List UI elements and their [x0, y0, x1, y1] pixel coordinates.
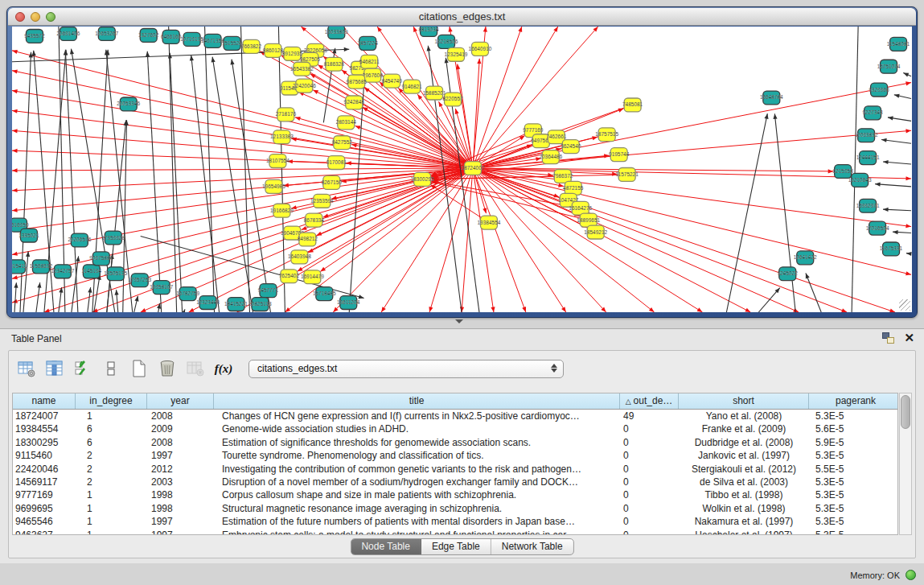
scrollbar-thumb[interactable]: [901, 395, 910, 429]
graph-node-label: 12325419: [445, 51, 468, 57]
edge-arrowhead: [449, 27, 453, 32]
table-cell: 1: [76, 502, 147, 515]
column-header-short[interactable]: short: [679, 393, 809, 409]
close-panel-icon[interactable]: ✕: [904, 332, 914, 344]
table-row[interactable]: 1830029562008Estimation of significance …: [13, 436, 897, 449]
graph-node-label: 16648784: [760, 95, 783, 101]
new-table-icon[interactable]: [128, 357, 150, 380]
selection-list-icon[interactable]: [100, 357, 122, 380]
edge-arrowhead: [320, 267, 326, 272]
graph-edge[interactable]: [473, 168, 702, 312]
table-cell: 0: [620, 488, 679, 501]
table-cell: 1: [76, 515, 147, 528]
table-cell: 9463627: [13, 529, 76, 535]
table-cell: 1998: [147, 502, 214, 515]
table-row[interactable]: 2242004622012Investigating the contribut…: [13, 463, 897, 476]
graph-edge[interactable]: [774, 113, 795, 312]
table-cell: 9777169: [13, 488, 76, 501]
graph-node-label: 7986372: [552, 173, 573, 179]
graph-edge[interactable]: [12, 130, 473, 168]
tab-network-table[interactable]: Network Table: [491, 539, 573, 554]
delete-table-disabled-icon: [184, 357, 207, 380]
graph-node-label: 4872155: [563, 185, 584, 191]
graph-node-label: 10641422: [794, 254, 817, 260]
column-header-year[interactable]: year: [147, 393, 214, 409]
graph-edge[interactable]: [473, 168, 847, 312]
row-select-icon[interactable]: [72, 357, 94, 380]
column-header-in-degree[interactable]: in_degree: [76, 393, 147, 409]
graph-edge[interactable]: [147, 51, 161, 312]
status-bar: Memory: OK: [850, 570, 916, 580]
edge-arrowhead: [88, 287, 92, 293]
table-row[interactable]: 1872400712008Changes of HCN gene express…: [13, 410, 897, 422]
tab-edge-table[interactable]: Edge Table: [421, 539, 491, 554]
graph-node-label: 3624540: [561, 143, 581, 149]
graph-node-label: 11548081: [887, 41, 910, 47]
graph-node-label: 20053346: [117, 101, 140, 106]
graph-edge[interactable]: [12, 168, 473, 191]
function-builder-icon[interactable]: f(x): [212, 357, 235, 380]
table-panel-title: Table Panel: [11, 333, 62, 344]
column-chooser-icon[interactable]: [43, 357, 66, 380]
graph-edge[interactable]: [473, 168, 494, 312]
graph-node-label: 8912935: [282, 51, 303, 56]
graph-node-label: 7663822: [241, 43, 262, 49]
graph-node-label: 7485081: [622, 101, 643, 107]
edge-arrowhead: [841, 308, 847, 312]
graph-edge[interactable]: [806, 274, 821, 312]
table-row[interactable]: 977716911998Corpus callosum shape and si…: [13, 488, 897, 501]
edge-arrowhead: [318, 64, 323, 69]
table-cell: 5.3E-5: [809, 502, 898, 515]
graph-node-label: 11675331: [880, 245, 903, 251]
graph-edge[interactable]: [12, 168, 473, 171]
graph-node-label: 8427552: [332, 139, 353, 145]
graph-edge[interactable]: [212, 57, 253, 312]
table-panel-body: f(x) citations_edges.txt namein_degreeye…: [8, 350, 916, 558]
table-cell: 9699695: [13, 502, 76, 515]
column-header-out-de-[interactable]: △out_de…: [620, 393, 679, 409]
edge-arrowhead: [893, 230, 898, 234]
graph-edge[interactable]: [473, 168, 566, 312]
column-header-pagerank[interactable]: pagerank: [809, 393, 898, 409]
table-row[interactable]: 1938455462009Genome-wide association stu…: [13, 422, 897, 435]
graph-node-label: 2616959: [12, 222, 29, 228]
graph-edge[interactable]: [726, 113, 767, 312]
column-header-title[interactable]: title: [214, 393, 620, 409]
network-canvas[interactable]: 9435572206914061065326713276026466160107…: [12, 27, 912, 312]
table-row[interactable]: 946554611997Estimation of the future num…: [13, 515, 897, 528]
graph-node-label: 8454749: [382, 78, 403, 84]
table-row[interactable]: 969969511998Structural magnetic resonanc…: [13, 502, 897, 515]
graph-edge[interactable]: [875, 184, 911, 187]
table-row[interactable]: 1456911722003Disruption of a novel membe…: [13, 476, 897, 488]
graph-edge[interactable]: [94, 274, 100, 312]
table-settings-icon[interactable]: [15, 357, 38, 380]
tab-node-table[interactable]: Node Table: [351, 539, 421, 554]
table-row[interactable]: 911546021997Tourette syndrome. Phenomeno…: [13, 449, 897, 462]
float-panel-icon[interactable]: [882, 332, 894, 344]
split-pane-handle[interactable]: [455, 319, 463, 323]
network-table-selector[interactable]: citations_edges.txt: [248, 360, 564, 378]
delete-rows-icon[interactable]: [156, 357, 179, 380]
node-table[interactable]: namein_degreeyeartitle△out_de…shortpager…: [12, 393, 898, 535]
network-window-titlebar[interactable]: citations_edges.txt: [8, 8, 916, 26]
graph-edge[interactable]: [12, 168, 473, 278]
graph-node-label: 6466160: [161, 34, 182, 39]
graph-edge[interactable]: [473, 168, 911, 274]
memory-ok-indicator[interactable]: [906, 570, 916, 580]
network-canvas-svg: 9435572206914061065326713276026466160107…: [12, 27, 912, 312]
edge-arrowhead: [906, 81, 911, 85]
graph-edge[interactable]: [191, 56, 220, 312]
graph-edge[interactable]: [473, 168, 606, 312]
table-vertical-scrollbar[interactable]: [899, 393, 912, 535]
table-cell: 9115460: [13, 449, 76, 462]
graph-node-label: 9457771: [258, 287, 279, 293]
edge-arrowhead: [456, 64, 460, 70]
graph-node-label: 20691406: [56, 31, 80, 36]
edge-arrowhead: [141, 308, 146, 312]
window-resize-grip[interactable]: [899, 299, 910, 311]
column-header-name[interactable]: name: [13, 393, 76, 409]
table-cell: Nakamura et al. (1997): [679, 515, 809, 528]
graph-node-label: 18107554: [266, 158, 290, 163]
table-row[interactable]: 946362711997Embryonic stem cells: a mode…: [13, 529, 897, 535]
edge-arrowhead: [310, 74, 316, 78]
